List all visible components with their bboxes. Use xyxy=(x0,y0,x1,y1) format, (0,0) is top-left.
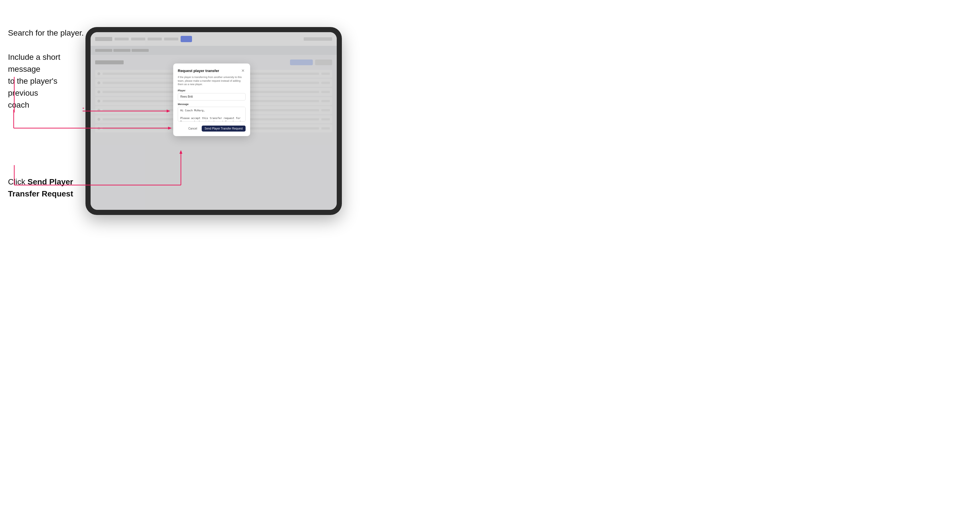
player-input[interactable] xyxy=(178,93,245,100)
modal-overlay: Request player transfer ✕ If the player … xyxy=(91,32,337,210)
send-transfer-button[interactable]: Send Player Transfer Request xyxy=(202,125,245,132)
modal-title: Request player transfer xyxy=(178,68,219,73)
tablet-frame: Request player transfer ✕ If the player … xyxy=(86,27,342,215)
cancel-button[interactable]: Cancel xyxy=(186,126,199,131)
message-label: Message xyxy=(178,103,245,106)
instruction-step3: Click Send Player Transfer Request xyxy=(8,176,83,200)
instruction-step1: Search for the player. xyxy=(8,27,84,39)
instruction-step2: Include a short message to the player's … xyxy=(8,51,83,111)
modal-header: Request player transfer ✕ xyxy=(178,68,245,73)
tablet-screen: Request player transfer ✕ If the player … xyxy=(91,32,337,210)
modal-footer: Cancel Send Player Transfer Request xyxy=(178,125,245,132)
player-label: Player xyxy=(178,89,245,92)
modal-description: If the player is transferring from anoth… xyxy=(178,75,245,86)
modal-close-button[interactable]: ✕ xyxy=(240,68,245,73)
message-textarea[interactable]: Hi Coach McHarg, Please accept this tran… xyxy=(178,107,245,122)
request-transfer-modal: Request player transfer ✕ If the player … xyxy=(173,63,250,136)
